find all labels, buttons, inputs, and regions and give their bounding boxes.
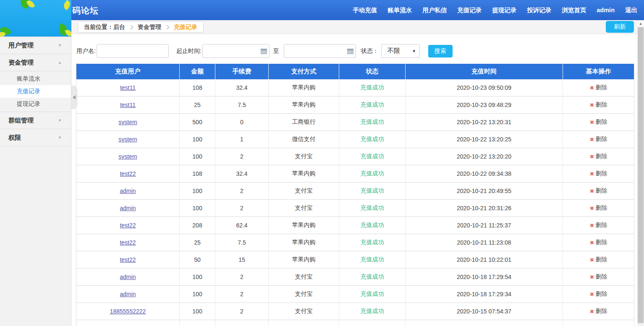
breadcrumb: 当前位置：后台 资金管理 充值记录 [78,21,204,33]
user-link[interactable]: system [118,119,137,125]
sidebar-group-fund-management[interactable]: 资金管理▲ [0,54,71,71]
logo-block [0,0,71,37]
sidebar-item-recharge-records[interactable]: 充值记录 [0,85,71,98]
table-row: admin 100 2 支付宝 充值成功 2020-10-18 17:29:34… [76,286,634,303]
delete-button[interactable]: ✖ 删除 [590,84,607,91]
sidebar-item-withdraw-records[interactable]: 提现记录 [0,98,71,110]
username-label: 用户名: [76,47,96,55]
topnav-item-manual-recharge[interactable]: 手动充值 [353,6,377,14]
sidebar-collapse-handle[interactable] [71,86,77,109]
table-row: system 500 0 工商银行 充值成功 2020-10-22 13:20:… [76,114,634,131]
leaf-icon [62,0,71,10]
scrollbar-thumb[interactable] [638,27,644,323]
vertical-scrollbar[interactable]: ▲ [637,20,644,326]
sidebar-item-bill-flow[interactable]: 账单流水 [0,73,71,85]
delete-button[interactable]: ✖ 删除 [590,256,607,263]
delete-button[interactable]: ✖ 删除 [590,273,607,281]
topnav-item-recharge-records[interactable]: 充值记录 [457,6,482,14]
delete-button[interactable]: ✖ 删除 [590,290,607,298]
recharge-time-cell: 2020-10-18 17:29:54 [406,269,563,285]
fee-cell [215,320,269,326]
calendar-icon[interactable] [347,48,353,54]
delete-x-icon: ✖ [590,171,594,177]
status-cell: 充值成功 [361,290,384,298]
date-from-input[interactable] [202,44,270,58]
column-header: 状态 [339,64,406,79]
user-link[interactable]: admin [120,188,136,194]
delete-button[interactable]: ✖ 删除 [590,187,607,195]
amount-cell: 100 [180,200,215,216]
column-header: 支付方式 [269,64,339,79]
user-link[interactable]: 18855552222 [110,308,146,315]
breadcrumb-section[interactable]: 资金管理 [138,23,161,31]
search-button[interactable]: 搜索 [428,45,453,57]
scroll-up-icon[interactable]: ▲ [637,20,644,27]
topnav-item-logout[interactable]: 退出 [625,6,637,14]
user-link[interactable]: system [118,136,137,143]
breadcrumb-current: 充值记录 [174,23,197,31]
topnav-item-bill-flow[interactable]: 账单流水 [387,6,412,14]
table-row: test11 108 32.4 苹果内购 充值成功 2020-10-23 09:… [76,79,634,96]
user-link[interactable]: test22 [120,239,136,246]
status-cell: 充值成功 [361,187,384,195]
user-link[interactable]: test22 [120,170,136,177]
recharge-time-cell: 2020-10-23 09:48:29 [406,96,563,113]
topnav-item-admin-user[interactable]: admin [597,7,615,13]
table-row: 18855552222 100 2 支付宝 充值成功 2020-10-15 07… [76,303,634,320]
recharge-time-cell: 2020-10-23 09:50:09 [406,79,563,96]
status-cell: 充值成功 [361,273,384,281]
user-link[interactable]: test11 [120,102,136,108]
column-header: 充值时间 [406,64,563,79]
delete-button[interactable]: ✖ 删除 [590,204,607,212]
topnav-item-browse-home[interactable]: 浏览首页 [562,6,586,14]
delete-button[interactable]: ✖ 删除 [590,170,607,177]
recharge-time-cell: 2020-10-22 09:34:38 [406,165,563,182]
amount-cell: 108 [180,165,215,182]
recharge-time-cell: 2020-10-21 11:23:08 [406,234,563,251]
sidebar-group-group-management[interactable]: 群组管理▼ [0,112,71,129]
recharge-time-cell: 2020-10-15 07:54:37 [406,303,563,320]
user-link[interactable]: system [118,153,137,160]
filter-bar: 用户名: 起止时间: 至 状态： 不限 ▼ 搜索 [76,44,453,58]
delete-button[interactable]: ✖ 删除 [590,222,607,229]
delete-button[interactable]: ✖ 删除 [590,153,607,160]
topnav-item-user-messages[interactable]: 用户私信 [422,6,447,14]
date-to-input[interactable] [284,44,356,58]
chevron-down-icon: ▼ [412,49,416,53]
refresh-button[interactable]: 刷新 [606,21,634,33]
user-link[interactable]: test11 [120,84,136,91]
recharge-time-cell: 2020-10-21 11:25:37 [406,217,563,234]
column-header: 金额 [180,64,215,79]
user-link[interactable]: test22 [120,222,136,229]
topnav-item-withdraw-records[interactable]: 提现记录 [492,6,516,14]
amount-cell: 100 [180,148,215,165]
delete-button[interactable]: ✖ 删除 [590,101,607,109]
delete-button[interactable]: ✖ 删除 [590,136,607,143]
delete-x-icon: ✖ [590,291,594,297]
user-link[interactable]: test22 [120,256,136,263]
amount-cell: 100 [180,183,215,199]
status-select[interactable]: 不限 ▼ [381,44,420,58]
delete-button[interactable]: ✖ 删除 [590,118,607,126]
username-input[interactable] [97,44,169,58]
delete-button[interactable]: ✖ 删除 [590,308,607,315]
calendar-icon[interactable] [261,48,267,54]
delete-x-icon: ✖ [590,240,594,246]
delete-label: 删除 [595,101,607,109]
delete-x-icon: ✖ [590,308,594,315]
status-label: 状态： [361,47,379,55]
topnav-item-complaint-records[interactable]: 投诉记录 [527,6,551,14]
fee-cell: 2 [215,303,269,320]
amount-cell: 500 [180,114,215,130]
user-link[interactable]: admin [120,274,136,280]
fee-cell: 32.4 [215,165,269,182]
user-link[interactable]: admin [120,205,136,211]
user-link[interactable]: admin [120,291,136,297]
column-header: 基本操作 [563,64,634,79]
main-content: 用户名: 起止时间: 至 状态： 不限 ▼ 搜索 充值用户金 [71,34,637,326]
sidebar-group-user-management[interactable]: 用户管理▼ [0,37,71,54]
table-row [76,320,634,326]
delete-button[interactable]: ✖ 删除 [590,239,607,246]
table-row: system 100 1 微信支付 充值成功 2020-10-22 13:20:… [76,131,634,148]
sidebar-group-permissions[interactable]: 权限▼ [0,129,71,146]
